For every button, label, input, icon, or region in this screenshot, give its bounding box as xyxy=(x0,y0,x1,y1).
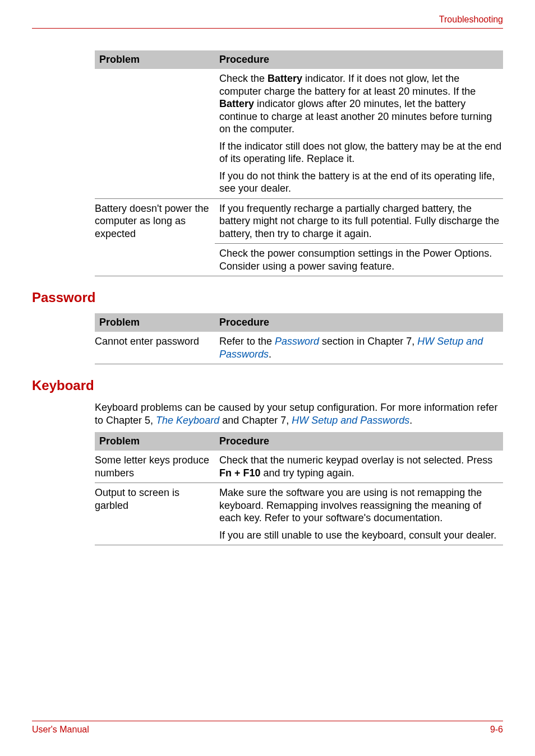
procedure-cell: Check the power consumption settings in … xyxy=(215,244,503,276)
col-header-procedure: Procedure xyxy=(215,50,503,69)
header-rule xyxy=(32,28,503,29)
bold-text: Fn + F10 xyxy=(219,467,261,479)
text-run: . xyxy=(409,415,412,426)
troubleshooting-table-keyboard: Problem Procedure Some letter keys produ… xyxy=(95,432,503,545)
text-run: indicator glows after 20 minutes, let th… xyxy=(219,98,492,134)
footer-rule xyxy=(32,721,503,721)
procedure-cell: Make sure the software you are using is … xyxy=(215,483,503,545)
table-header-row: Problem Procedure xyxy=(95,313,503,332)
col-header-procedure: Procedure xyxy=(215,313,503,332)
procedure-cell: Check the Battery indicator. If it does … xyxy=(215,69,503,198)
text-run: and try typing again. xyxy=(261,467,354,479)
table-row: Cannot enter password Refer to the Passw… xyxy=(95,332,503,364)
table-row: Check the power consumption settings in … xyxy=(95,244,503,276)
page-footer: User's Manual 9-6 xyxy=(32,721,503,735)
separator-row xyxy=(95,364,503,364)
table-row: Output to screen is garbled Make sure th… xyxy=(95,483,503,545)
procedure-paragraph: Make sure the software you are using is … xyxy=(219,486,503,525)
procedure-paragraph: If you do not think the battery is at th… xyxy=(219,170,503,195)
troubleshooting-table-password: Problem Procedure Cannot enter password … xyxy=(95,313,503,364)
section-heading-password: Password xyxy=(32,290,503,305)
text-run: Check the xyxy=(219,73,268,84)
keyboard-intro-paragraph: Keyboard problems can be caused by your … xyxy=(95,401,503,426)
separator-row xyxy=(95,545,503,545)
table-row: Check the Battery indicator. If it does … xyxy=(95,69,503,198)
problem-cell: Some letter keys produce numbers xyxy=(95,451,215,483)
col-header-problem: Problem xyxy=(95,313,215,332)
table-header-row: Problem Procedure xyxy=(95,50,503,69)
footer-page-number: 9-6 xyxy=(490,725,503,735)
table-header-row: Problem Procedure xyxy=(95,432,503,451)
separator-row xyxy=(95,276,503,276)
text-run: . xyxy=(269,349,271,360)
problem-cell: Cannot enter password xyxy=(95,332,215,364)
procedure-cell: Check that the numeric keypad overlay is… xyxy=(215,451,503,483)
troubleshooting-table-battery: Problem Procedure Check the Battery indi… xyxy=(95,50,503,276)
problem-cell xyxy=(95,69,215,198)
col-header-problem: Problem xyxy=(95,432,215,451)
row-separator xyxy=(95,545,503,545)
text-run: Refer to the xyxy=(219,336,275,347)
procedure-paragraph: If you are still unable to use the keybo… xyxy=(219,529,503,542)
page-content: Problem Procedure Check the Battery indi… xyxy=(32,50,503,545)
problem-cell: Output to screen is garbled xyxy=(95,483,215,545)
text-run: section in Chapter 7, xyxy=(319,336,417,347)
row-separator xyxy=(95,364,503,364)
col-header-procedure: Procedure xyxy=(215,432,503,451)
link-the-keyboard[interactable]: The Keyboard xyxy=(156,415,219,426)
procedure-paragraph: Check the Battery indicator. If it does … xyxy=(219,72,503,136)
table-row: Battery doesn't power the computer as lo… xyxy=(95,199,503,244)
procedure-paragraph: If the indicator still does not glow, th… xyxy=(219,140,503,165)
text-run: and Chapter 7, xyxy=(219,415,292,426)
footer-left: User's Manual xyxy=(32,725,89,735)
procedure-cell: Refer to the Password section in Chapter… xyxy=(215,332,503,364)
table-row: Some letter keys produce numbers Check t… xyxy=(95,451,503,483)
col-header-problem: Problem xyxy=(95,50,215,69)
bold-text: Battery xyxy=(268,73,302,84)
problem-cell xyxy=(95,244,215,276)
link-hw-setup-passwords[interactable]: HW Setup and Passwords xyxy=(292,415,409,426)
procedure-cell: If you frequently recharge a partially c… xyxy=(215,199,503,244)
bold-text: Battery xyxy=(219,98,254,109)
link-password-section[interactable]: Password xyxy=(275,336,319,347)
text-run: Check that the numeric keypad overlay is… xyxy=(219,454,492,466)
problem-cell: Battery doesn't power the computer as lo… xyxy=(95,199,215,244)
page-header-section: Troubleshooting xyxy=(439,15,503,25)
row-separator xyxy=(95,276,503,276)
section-heading-keyboard: Keyboard xyxy=(32,378,503,393)
